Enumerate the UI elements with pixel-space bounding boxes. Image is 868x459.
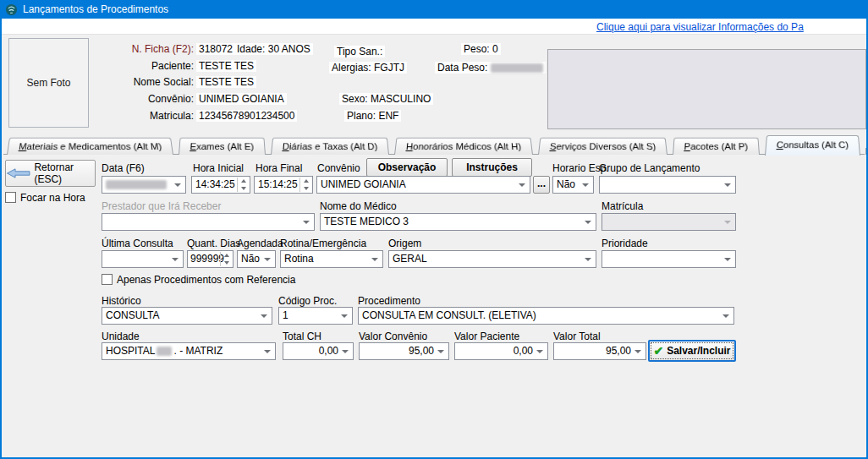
grupo-lancamento-label: Grupo de Lançamento (599, 162, 700, 174)
convenio-form-label: Convênio (317, 162, 360, 174)
codigo-proc-label: Código Proc. (278, 295, 337, 307)
tab-servicos-diversos[interactable]: Serviços Diversos (Alt S) (538, 138, 667, 155)
total-ch-field[interactable]: 0,00 (283, 342, 354, 360)
convenio-form-value: UNIMED GOIANIA (321, 178, 406, 190)
data-f6-select[interactable] (102, 176, 186, 194)
focar-na-hora-checkbox[interactable]: Focar na Hora (5, 192, 85, 204)
origem-select[interactable]: GERAL (388, 250, 596, 268)
tab-materiais-medicamentos[interactable]: Materiais e Medicamentos (Alt M) (7, 138, 173, 155)
prestador-select[interactable] (102, 213, 315, 231)
horario-esp-select[interactable]: Não (552, 176, 594, 194)
check-icon: ✔ (653, 345, 663, 357)
chevron-down-icon (585, 221, 591, 224)
spinner-buttons[interactable] (220, 252, 232, 266)
alergias-value: FGJTJ (374, 62, 404, 74)
tab-consultas[interactable]: Consultas (Alt C) (765, 135, 860, 156)
grupo-lancamento-select[interactable] (599, 176, 736, 194)
salvar-incluir-button[interactable]: ✔ Salvar/Incluir (648, 340, 736, 362)
tab-pacotes[interactable]: Pacotes (Alt P) (673, 138, 760, 155)
spinner-down-icon[interactable] (304, 187, 309, 190)
chevron-down-icon (724, 258, 731, 261)
spinner-down-icon[interactable] (241, 187, 246, 190)
patient-name-row: Paciente: TESTE TES (86, 60, 256, 72)
data-f6-label: Data (F6) (102, 162, 145, 174)
rotina-emergencia-label: Rotina/Emergência (280, 238, 366, 249)
rotina-emergencia-select[interactable]: Rotina (280, 250, 383, 268)
chevron-down-icon (724, 221, 731, 224)
sexo-label: Sexo: (342, 93, 368, 105)
tab-bar: Materiais e Medicamentos (Alt M) Exames … (7, 134, 868, 155)
patient-sexo: Sexo: MASCULINO (339, 93, 433, 105)
convenio-label: Convênio: (86, 93, 196, 105)
hora-final-label: Hora Final (255, 162, 302, 174)
apenas-referencia-checkbox[interactable]: Apenas Procedimentos com Referencia (102, 274, 295, 286)
origem-value: GERAL (393, 253, 427, 265)
hora-final-spinner[interactable]: 15:14:25 (254, 176, 313, 194)
spinner-buttons[interactable] (237, 178, 249, 192)
observations-panel (547, 49, 866, 129)
convenio-more-button[interactable]: ... (533, 176, 550, 194)
spinner-up-icon[interactable] (224, 254, 229, 257)
procedimento-select[interactable]: CONSULTA EM CONSULT. (ELETIVA) (358, 307, 734, 325)
spinner-down-icon[interactable] (224, 261, 229, 265)
data-peso-label: Data Peso: (437, 62, 487, 74)
procedimento-label: Procedimento (358, 295, 420, 307)
prioridade-label: Prioridade (602, 238, 648, 249)
prioridade-select[interactable] (602, 250, 736, 268)
convenio-select[interactable]: UNIMED GOIANIA (316, 176, 530, 194)
tab-honorarios-medicos[interactable]: Honorários Médicos (Alt H) (394, 138, 533, 155)
unidade-select[interactable]: HOSPITAL. - MATRIZ (102, 342, 276, 360)
valor-total-field[interactable]: 95,00 (553, 342, 646, 360)
idade-label: Idade: (237, 43, 265, 55)
spinner-buttons[interactable] (299, 178, 311, 192)
tab-exames[interactable]: Exames (Alt E) (179, 138, 266, 155)
chevron-down-icon (303, 221, 310, 224)
chevron-down-icon (519, 183, 525, 187)
matricula-form-label: Matrícula (602, 200, 643, 212)
chevron-down-icon (582, 183, 589, 187)
chevron-down-icon (174, 183, 181, 187)
patient-ficha-row: N. Ficha (F2): 318072 (86, 43, 235, 55)
sexo-value: MASCULINO (371, 93, 431, 105)
valor-paciente-field[interactable]: 0,00 (454, 342, 548, 360)
photo-placeholder-label: Sem Foto (26, 77, 70, 89)
valor-convenio-field[interactable]: 95,00 (359, 342, 449, 360)
chevron-down-icon (722, 314, 729, 318)
codigo-proc-value: 1 (283, 309, 288, 321)
retornar-button[interactable]: Retornar (ESC) (5, 160, 96, 187)
valor-convenio-value: 95,00 (409, 345, 434, 357)
quant-dias-spinner[interactable]: 999999 (187, 250, 233, 268)
instrucoes-button[interactable]: Instruções (452, 158, 532, 177)
chevron-down-icon (585, 258, 591, 261)
checkbox-box[interactable] (5, 192, 16, 203)
back-arrow-icon (6, 167, 30, 180)
nome-medico-select[interactable]: TESTE MEDICO 3 (320, 213, 596, 231)
hora-inicial-spinner[interactable]: 14:34:25 (191, 176, 250, 194)
plano-label: Plano: (347, 110, 376, 122)
patient-panel: Sem Foto N. Ficha (F2): 318072 Paciente:… (2, 35, 866, 133)
chevron-down-icon (172, 258, 179, 261)
ultima-consulta-select[interactable] (102, 250, 184, 268)
nome-medico-label: Nome do Médico (320, 200, 397, 212)
title-bar: Lançamentos de Procedimentos (0, 0, 868, 19)
patient-info-link[interactable]: Clique aqui para visualizar Informações … (596, 21, 804, 33)
historico-select[interactable]: CONSULTA (102, 307, 272, 325)
spinner-up-icon[interactable] (241, 179, 246, 183)
spinner-up-icon[interactable] (304, 179, 309, 183)
valor-paciente-label: Valor Paciente (454, 331, 519, 342)
paciente-value: TESTE TES (196, 60, 256, 72)
patient-matricula-row: Matricula: 12345678901234500 (86, 110, 297, 122)
observacao-button[interactable]: Observação (366, 158, 448, 177)
agendada-select[interactable]: Não (237, 250, 276, 268)
focar-na-hora-label: Focar na Hora (20, 192, 85, 204)
unidade-value-prefix: HOSPITAL (106, 345, 155, 357)
checkbox-box[interactable] (102, 274, 113, 285)
tab-diarias-taxas[interactable]: Diárias e Taxas (Alt D) (271, 138, 389, 155)
peso-value: 0 (492, 43, 498, 55)
agendada-value: Não (241, 253, 260, 265)
photo-placeholder: Sem Foto (8, 38, 89, 128)
patient-idade: Idade: 30 ANOS (234, 43, 313, 55)
codigo-proc-select[interactable]: 1 (278, 307, 353, 325)
convenio-value: UNIMED GOIANIA (196, 93, 287, 105)
patient-tipo-san: Tipo San.: (334, 46, 385, 57)
